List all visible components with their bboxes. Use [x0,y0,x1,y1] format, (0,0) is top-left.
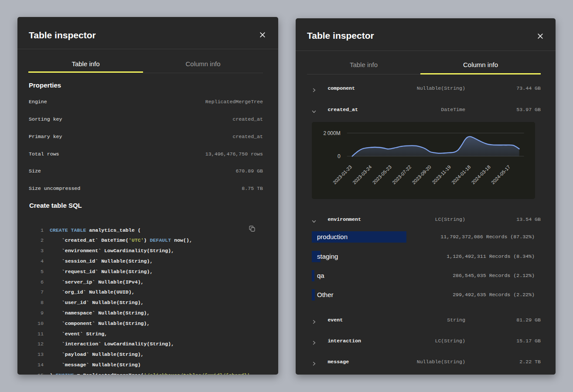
svg-text:2023-07-22: 2023-07-22 [391,164,412,185]
svg-text:2023-11-19: 2023-11-19 [431,164,452,185]
svg-text:2024-01-18: 2024-01-18 [451,164,472,185]
svg-text:2023-03-24: 2023-03-24 [352,164,373,185]
svg-text:2024-03-18: 2024-03-18 [471,164,491,185]
svg-text:2024-05-17: 2024-05-17 [490,164,511,185]
svg-text:2023-01-23: 2023-01-23 [332,164,353,185]
svg-text:0: 0 [338,153,341,159]
svg-text:2023-05-23: 2023-05-23 [372,164,392,185]
svg-text:2 000M: 2 000M [324,130,341,136]
svg-text:2023-09-20: 2023-09-20 [411,164,432,185]
